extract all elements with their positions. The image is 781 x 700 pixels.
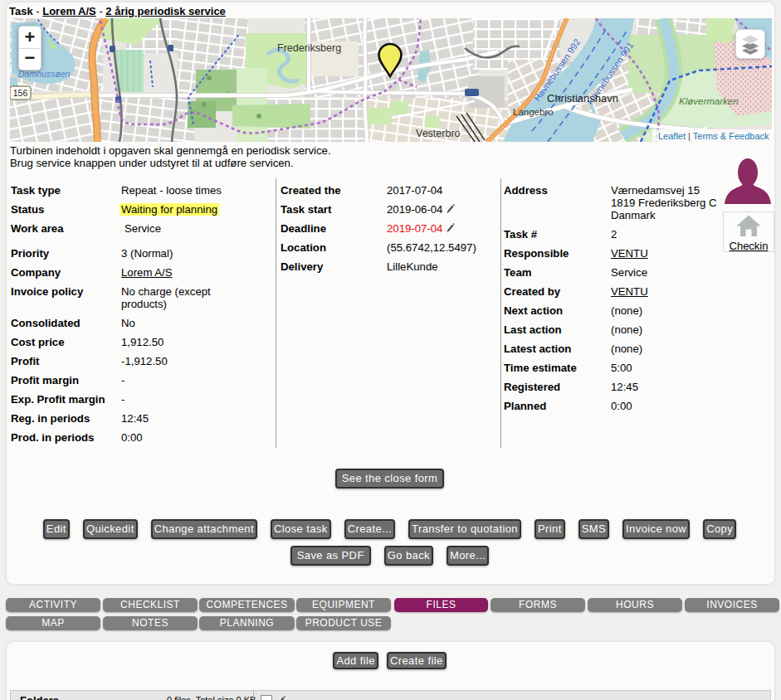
svg-text:156: 156 <box>13 88 28 98</box>
svg-text:Christianshavn: Christianshavn <box>547 92 618 105</box>
svg-text:Leaflet | Terms & Feedback: Leaflet | Terms & Feedback <box>658 131 769 141</box>
svg-text:Kløvermarken: Kløvermarken <box>679 96 739 106</box>
svg-text:Frederiksberg: Frederiksberg <box>277 42 341 54</box>
svg-text:Vesterbro: Vesterbro <box>416 128 461 139</box>
svg-text:Langebro: Langebro <box>513 107 554 117</box>
